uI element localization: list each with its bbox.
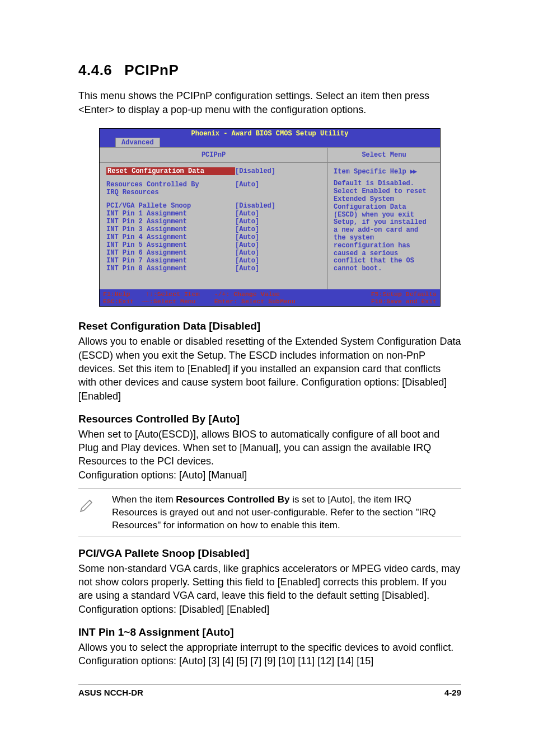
- bios-title: Phoenix - Award BIOS CMOS Setup Utility: [100, 129, 440, 138]
- bios-item-value: [Auto]: [235, 265, 259, 273]
- bios-item-label: INT Pin 7 Assignment: [106, 257, 235, 265]
- bios-item-row: IRQ Resources: [106, 189, 322, 196]
- footer-left: ASUS NCCH-DR: [78, 688, 143, 697]
- bios-item-value: [Auto]: [235, 257, 259, 265]
- bios-right-panel: Select Menu Item Specific Help ▶▶ Defaul…: [328, 148, 440, 289]
- bios-item-row: INT Pin 8 Assignment[Auto]: [106, 265, 322, 273]
- bios-item-row: INT Pin 7 Assignment[Auto]: [106, 257, 322, 265]
- bios-footer-col2: -/+: Change ValueEnter: Select SubMenu: [214, 290, 326, 305]
- intro-text: This menu shows the PCIPnP configuration…: [78, 89, 461, 117]
- subheading-resources: Resources Controlled By [Auto]: [78, 413, 461, 425]
- section-number: 4.4.6: [78, 62, 112, 78]
- bios-item-label: INT Pin 5 Assignment: [106, 241, 235, 249]
- bios-item-row: Resources Controlled By[Auto]: [106, 181, 322, 189]
- note-text: When the item Resources Controlled By is…: [112, 494, 461, 532]
- subheading-int-pin: INT Pin 1~8 Assignment [Auto]: [78, 626, 461, 638]
- pencil-icon: [78, 494, 112, 516]
- bios-item-label: Resources Controlled By: [106, 181, 235, 189]
- bios-item-label: INT Pin 1 Assignment: [106, 210, 235, 218]
- arrow-right-icon: ▶▶: [410, 168, 416, 176]
- bios-screenshot: Phoenix - Award BIOS CMOS Setup Utility …: [99, 128, 441, 307]
- body-reset-config: Allows you to enable or disabled resetti…: [78, 335, 461, 402]
- bios-item-label: INT Pin 2 Assignment: [106, 218, 235, 226]
- body-resources: When set to [Auto(ESCD)], allows BIOS to…: [78, 428, 461, 482]
- bios-item-row: INT Pin 2 Assignment[Auto]: [106, 218, 322, 226]
- bios-item-label: INT Pin 6 Assignment: [106, 249, 235, 257]
- bios-tab-advanced: Advanced: [115, 138, 160, 147]
- bios-footer-col3: F5:Setup DefaultsF10:Save and Exit: [325, 290, 437, 305]
- bios-item-label: INT Pin 4 Assignment: [106, 233, 235, 241]
- page-footer: ASUS NCCH-DR 4-29: [78, 684, 461, 697]
- bios-left-panel: PCIPnP Reset Configuration Data[Disabled…: [100, 148, 328, 289]
- body-int-pin: Allows you to select the appropriate int…: [78, 641, 461, 668]
- bios-item-label: INT Pin 3 Assignment: [106, 226, 235, 233]
- bios-left-header: PCIPnP: [100, 148, 327, 163]
- bios-help-title: Item Specific Help ▶▶: [334, 167, 434, 176]
- bios-help-text: Default is Disabled. Select Enabled to r…: [334, 180, 434, 273]
- section-title: PCIPnP: [124, 62, 179, 78]
- bios-tab-row: Advanced: [100, 138, 440, 147]
- bios-item-value: [Auto]: [235, 226, 259, 233]
- bios-item-value: [Auto]: [235, 218, 259, 226]
- bios-item-value: [Auto]: [235, 233, 259, 241]
- bios-item-value: [Auto]: [235, 210, 259, 218]
- bios-item-row: INT Pin 3 Assignment[Auto]: [106, 226, 322, 233]
- bios-item-row: INT Pin 4 Assignment[Auto]: [106, 233, 322, 241]
- bios-footer-col1: F1:Help ↑↓:Select ItemESC:Exit →←:Select…: [103, 290, 214, 305]
- bios-right-header: Select Menu: [328, 148, 440, 163]
- footer-right: 4-29: [444, 688, 461, 697]
- note-block: When the item Resources Controlled By is…: [78, 489, 461, 537]
- bios-item-value: [Auto]: [235, 181, 259, 189]
- bios-item-label: IRQ Resources: [106, 189, 235, 196]
- subheading-reset-config: Reset Configuration Data [Disabled]: [78, 320, 461, 332]
- bios-item-label: Reset Configuration Data: [106, 167, 235, 175]
- bios-item-label: INT Pin 8 Assignment: [106, 265, 235, 273]
- bios-item-value: [Auto]: [235, 249, 259, 257]
- section-heading: 4.4.6PCIPnP: [78, 62, 461, 79]
- bios-item-row: INT Pin 6 Assignment[Auto]: [106, 249, 322, 257]
- bios-item-label: PCI/VGA Pallete Snoop: [106, 202, 235, 210]
- bios-body: PCIPnP Reset Configuration Data[Disabled…: [100, 147, 440, 289]
- bios-item-value: [Disabled]: [235, 202, 275, 210]
- subheading-pci-vga: PCI/VGA Pallete Snoop [Disabled]: [78, 547, 461, 560]
- bios-item-row: INT Pin 5 Assignment[Auto]: [106, 241, 322, 249]
- bios-item-row: INT Pin 1 Assignment[Auto]: [106, 210, 322, 218]
- bios-item-value: [Disabled]: [235, 167, 275, 175]
- bios-item-value: [Auto]: [235, 241, 259, 249]
- body-pci-vga: Some non-standard VGA cards, like graphi…: [78, 562, 461, 616]
- bios-footer: F1:Help ↑↓:Select ItemESC:Exit →←:Select…: [100, 289, 440, 306]
- bios-item-row: Reset Configuration Data[Disabled]: [106, 167, 322, 175]
- bios-item-row: PCI/VGA Pallete Snoop[Disabled]: [106, 202, 322, 210]
